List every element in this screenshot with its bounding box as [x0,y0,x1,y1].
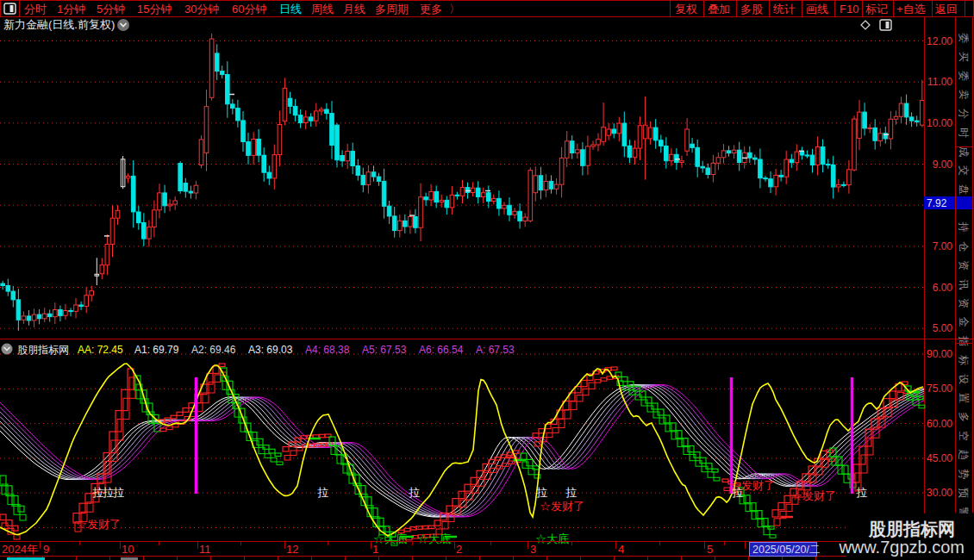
svg-text:多周期: 多周期 [375,3,409,16]
svg-text:持: 持 [958,221,970,233]
svg-text:15分钟: 15分钟 [137,3,172,16]
svg-text:复权: 复权 [675,3,697,16]
svg-text:☆发财了: ☆发财了 [730,479,775,492]
svg-text:置: 置 [958,393,970,403]
svg-text:统计: 统计 [772,3,796,16]
svg-text:分时: 分时 [24,3,47,16]
svg-text:7.00: 7.00 [933,240,953,252]
svg-text:1分钟: 1分钟 [57,3,85,16]
svg-text:45.00: 45.00 [927,452,952,464]
svg-text:周线: 周线 [311,3,334,16]
svg-text:资: 资 [958,260,970,271]
svg-text:30分钟: 30分钟 [184,3,219,16]
svg-text:画线: 画线 [806,3,828,16]
svg-text:委: 委 [958,71,970,81]
svg-text:叠加: 叠加 [708,3,730,16]
svg-text:拉: 拉 [536,486,547,499]
svg-text:9.00: 9.00 [933,159,953,171]
svg-text:10.00: 10.00 [927,117,952,129]
svg-text:60.00: 60.00 [927,418,952,430]
svg-text:买: 买 [958,52,970,62]
svg-text:10: 10 [122,543,134,556]
svg-text:6.00: 6.00 [933,282,953,294]
svg-text:7.92: 7.92 [927,197,947,209]
svg-text:讯: 讯 [958,279,970,289]
svg-text:12: 12 [286,543,298,556]
svg-text:拉: 拉 [565,486,577,499]
svg-text:预: 预 [958,488,970,498]
svg-text:分: 分 [958,109,970,119]
svg-text:金: 金 [958,316,970,327]
svg-text:股朋指标网: 股朋指标网 [868,520,955,538]
svg-text:9: 9 [43,543,49,556]
svg-text:A4: 68.38: A4: 68.38 [305,344,350,356]
svg-text:☆大底: ☆大底 [417,532,451,545]
svg-text:5.00: 5.00 [933,322,953,334]
svg-text:4: 4 [618,543,624,556]
svg-text:交: 交 [958,165,970,176]
svg-text:日线: 日线 [279,3,302,16]
svg-text:标记: 标记 [865,3,888,16]
svg-text:趋: 趋 [958,450,970,460]
svg-text:盘: 盘 [958,184,970,195]
svg-text:5分钟: 5分钟 [97,3,125,16]
svg-text:75.00: 75.00 [927,383,952,395]
svg-text:☆发财了: ☆发财了 [791,489,836,502]
svg-text:〉: 〉 [449,3,460,16]
svg-text:标: 标 [958,355,970,366]
svg-text:卖: 卖 [958,90,970,100]
svg-text:www.7gpzb.com: www.7gpzb.com [838,538,965,557]
svg-text:设: 设 [958,374,970,384]
svg-text:☆发财了: ☆发财了 [76,518,121,531]
svg-text:1: 1 [372,543,378,556]
svg-text:委: 委 [958,33,970,43]
svg-text:拉: 拉 [409,486,420,499]
svg-text:30.00: 30.00 [927,487,952,499]
svg-text:5: 5 [707,543,713,556]
svg-text:空: 空 [958,431,970,441]
svg-text:返回: 返回 [935,3,958,16]
svg-text:月线: 月线 [343,3,365,16]
svg-text:2: 2 [456,543,462,556]
svg-text:时: 时 [958,128,970,138]
svg-text:☆大底: ☆大底 [535,532,569,545]
svg-text:拉: 拉 [317,486,328,499]
svg-text:拉: 拉 [856,486,867,499]
svg-text:2025/05/20/二: 2025/05/20/二 [752,544,821,556]
svg-text:60分钟: 60分钟 [232,3,266,16]
svg-text:F10: F10 [840,3,858,16]
svg-text:资: 资 [958,298,970,308]
svg-text:新力金融(日线.前复权): 新力金融(日线.前复权) [3,18,115,31]
svg-text:多: 多 [958,412,970,422]
svg-text:3: 3 [530,543,536,556]
svg-text:A1: 69.79: A1: 69.79 [134,344,179,356]
svg-text:指: 指 [958,335,970,346]
svg-text:多股: 多股 [740,3,763,16]
svg-text:90.00: 90.00 [927,348,952,360]
svg-text:11.00: 11.00 [927,76,952,88]
svg-text:成: 成 [958,146,970,157]
svg-text:更多: 更多 [420,3,442,16]
svg-text:A6: 66.54: A6: 66.54 [419,344,464,356]
svg-text:势: 势 [958,469,970,479]
svg-text:2024年: 2024年 [2,543,38,556]
svg-text:12.00: 12.00 [927,35,952,47]
svg-text:☆发财了: ☆发财了 [540,500,584,513]
svg-text:+自选: +自选 [896,3,926,16]
svg-text:拉: 拉 [113,486,124,499]
svg-text:仓: 仓 [958,241,970,252]
svg-text:11: 11 [199,543,211,556]
